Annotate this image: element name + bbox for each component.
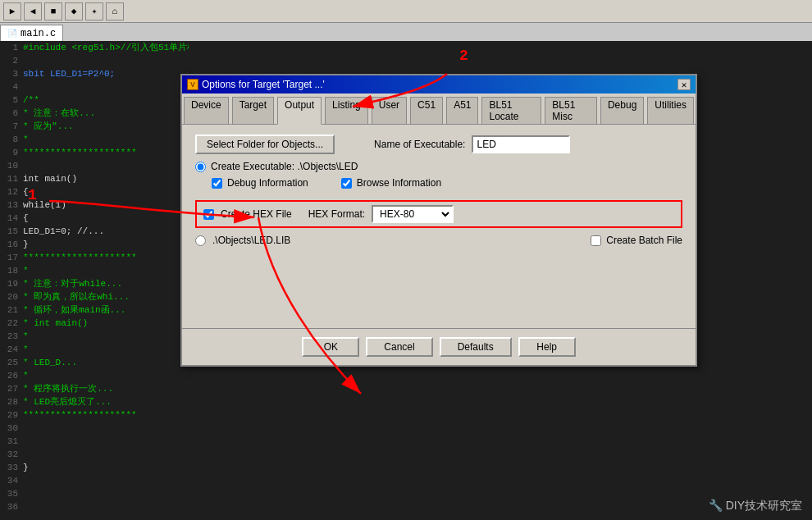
- toolbar: ▶ ◀ ■ ◆ ✦ ⌂: [0, 0, 812, 23]
- toolbar-btn-1[interactable]: ▶: [3, 2, 21, 21]
- folder-row: Select Folder for Objects... Name of Exe…: [195, 135, 682, 154]
- tab-target[interactable]: Target: [232, 97, 274, 124]
- create-hex-checkbox[interactable]: [203, 209, 214, 220]
- create-batch-checkbox[interactable]: [591, 235, 601, 246]
- dialog-title-left: V Options for Target 'Target ...': [187, 79, 325, 90]
- toolbar-btn-6[interactable]: ⌂: [106, 2, 124, 21]
- dialog-close-button[interactable]: ✕: [677, 79, 691, 90]
- toolbar-btn-2[interactable]: ◀: [24, 2, 42, 21]
- toolbar-btn-4[interactable]: ◆: [65, 2, 83, 21]
- tab-debug[interactable]: Debug: [600, 97, 644, 124]
- dialog-title-text: Options for Target 'Target ...': [202, 79, 325, 90]
- defaults-button[interactable]: Defaults: [440, 337, 512, 357]
- create-executable-label: Create Executable: .\Objects\LED: [211, 161, 358, 172]
- lib-label: .\Objects\LED.LIB: [212, 235, 290, 246]
- tab-utilities[interactable]: Utilities: [647, 97, 694, 124]
- tab-bl51-misc[interactable]: BL51 Misc: [545, 97, 597, 124]
- executable-input[interactable]: [472, 135, 570, 153]
- tab-c51[interactable]: C51: [410, 97, 443, 124]
- dialog-footer: OK Cancel Defaults Help: [182, 328, 696, 365]
- hex-row: Create HEX File HEX Format: HEX-80 HEX-3…: [195, 200, 682, 228]
- executable-label: Name of Executable:: [374, 139, 465, 150]
- info-checkboxes: Debug Information Browse Information: [212, 177, 682, 194]
- debug-info-row: Debug Information: [212, 177, 308, 189]
- help-button[interactable]: Help: [518, 337, 576, 357]
- debug-info-label: Debug Information: [227, 177, 308, 189]
- content-spacer: [195, 253, 682, 318]
- options-dialog: V Options for Target 'Target ...' ✕ Devi…: [180, 74, 697, 367]
- hex-format-select[interactable]: HEX-80 HEX-386: [372, 205, 454, 223]
- tab-device[interactable]: Device: [184, 97, 229, 124]
- tab-bar: 📄 main.c: [0, 23, 812, 41]
- main-c-tab[interactable]: 📄 main.c: [0, 25, 63, 41]
- dialog-titlebar: V Options for Target 'Target ...' ✕: [182, 75, 696, 94]
- browse-info-row: Browse Information: [341, 177, 441, 189]
- toolbar-btn-5[interactable]: ✦: [85, 2, 103, 21]
- tab-bl51-locate[interactable]: BL51 Locate: [481, 97, 541, 124]
- tab-output[interactable]: Output: [277, 97, 322, 125]
- select-folder-button[interactable]: Select Folder for Objects...: [195, 135, 335, 154]
- create-executable-radio[interactable]: [195, 162, 206, 172]
- lib-radio[interactable]: [195, 235, 206, 246]
- dialog-title-icon: V: [187, 79, 198, 90]
- create-executable-row: Create Executable: .\Objects\LED: [195, 161, 682, 172]
- hex-format-label: HEX Format:: [308, 208, 365, 220]
- tab-listing[interactable]: Listing: [325, 97, 368, 124]
- watermark: 🔧 DIY技术研究室: [709, 499, 802, 513]
- create-batch-label: Create Batch File: [606, 235, 682, 246]
- lib-row: .\Objects\LED.LIB Create Batch File: [195, 235, 682, 246]
- create-hex-label: Create HEX File: [221, 208, 292, 220]
- cancel-button[interactable]: Cancel: [366, 337, 432, 357]
- tab-user[interactable]: User: [372, 97, 407, 124]
- dialog-overlay: V Options for Target 'Target ...' ✕ Devi…: [0, 41, 812, 520]
- dialog-content: Select Folder for Objects... Name of Exe…: [182, 125, 696, 328]
- dialog-tabs: Device Target Output Listing User C51 A5…: [182, 94, 696, 125]
- browse-info-label: Browse Information: [357, 177, 441, 189]
- file-icon: 📄: [7, 29, 17, 39]
- ok-button[interactable]: OK: [302, 337, 359, 357]
- tab-a51[interactable]: A51: [446, 97, 478, 124]
- tab-label: main.c: [21, 28, 56, 39]
- toolbar-btn-3[interactable]: ■: [44, 2, 62, 21]
- debug-info-checkbox[interactable]: [212, 178, 222, 189]
- browse-info-checkbox[interactable]: [341, 178, 352, 189]
